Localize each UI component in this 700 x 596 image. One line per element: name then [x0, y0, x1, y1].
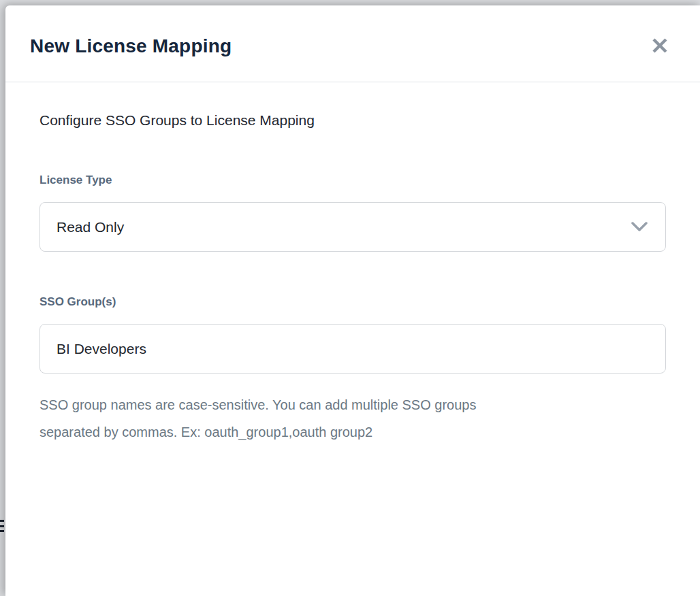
modal-body: Configure SSO Groups to License Mapping …: [5, 82, 700, 446]
sso-groups-help-line-2: separated by commas. Ex: oauth_group1,oa…: [39, 418, 666, 446]
sso-groups-help-text: SSO group names are case-sensitive. You …: [39, 391, 666, 446]
modal-title: New License Mapping: [30, 35, 232, 57]
close-button[interactable]: [650, 36, 670, 56]
license-type-selected-value: Read Only: [57, 219, 124, 235]
background-page-fragment: [0, 518, 4, 533]
sso-groups-field: SSO Group(s) SSO group names are case-se…: [39, 295, 666, 446]
sso-groups-input[interactable]: [39, 324, 666, 374]
sso-groups-help-line-1: SSO group names are case-sensitive. You …: [39, 391, 666, 418]
modal-header: New License Mapping: [5, 5, 700, 82]
sso-groups-label: SSO Group(s): [39, 295, 666, 309]
license-type-select[interactable]: Read Only: [39, 202, 666, 252]
new-license-mapping-modal: New License Mapping Configure SSO Groups…: [5, 5, 700, 596]
modal-description: Configure SSO Groups to License Mapping: [39, 112, 666, 129]
close-icon: [651, 37, 669, 56]
license-type-field: License Type Read Only: [39, 173, 666, 252]
license-type-label: License Type: [39, 173, 666, 187]
chevron-down-icon: [631, 219, 648, 235]
